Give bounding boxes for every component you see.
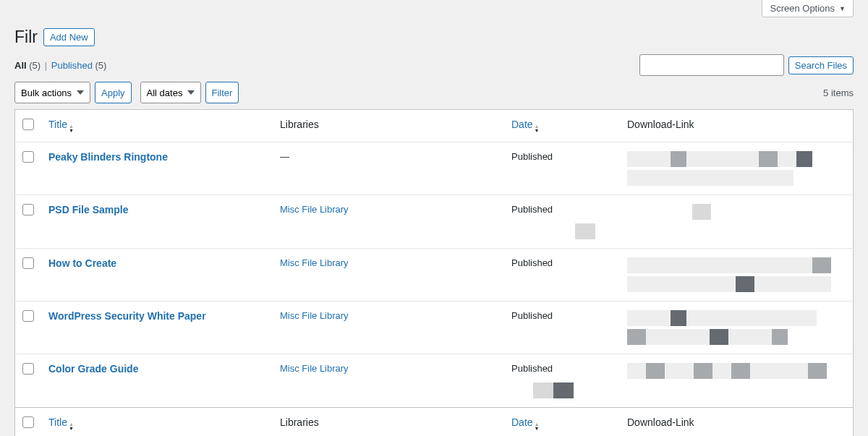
column-date-footer[interactable]: Date▲▼ xyxy=(511,416,540,428)
row-title-link[interactable]: Peaky Blinders Ringtone xyxy=(48,151,168,163)
chevron-down-icon: ▼ xyxy=(839,5,846,12)
table-row: PSD File SampleMisc File LibraryPublishe… xyxy=(15,195,854,249)
sort-icon: ▲▼ xyxy=(69,422,74,431)
row-checkbox[interactable] xyxy=(22,363,34,375)
add-new-button[interactable]: Add New xyxy=(43,28,95,46)
row-status: Published xyxy=(511,363,613,374)
screen-options-label: Screen Options xyxy=(770,3,835,14)
row-checkbox[interactable] xyxy=(22,204,34,215)
library-text: — xyxy=(280,151,289,162)
search-files-button[interactable]: Search Files xyxy=(788,56,854,74)
library-link[interactable]: Misc File Library xyxy=(280,310,349,321)
sort-icon: ▲▼ xyxy=(535,422,540,431)
column-title-footer[interactable]: Title▲▼ xyxy=(48,416,74,428)
column-title-header[interactable]: Title▲▼ xyxy=(48,119,74,130)
sort-icon: ▲▼ xyxy=(69,124,74,133)
library-link[interactable]: Misc File Library xyxy=(280,204,349,215)
row-status: Published xyxy=(511,310,613,321)
row-status: Published xyxy=(511,257,613,268)
table-row: How to CreateMisc File LibraryPublished xyxy=(15,249,854,302)
row-status: Published xyxy=(511,204,613,215)
row-checkbox[interactable] xyxy=(22,257,34,269)
files-table: Title▲▼ Libraries Date▲▼ Download-Link P… xyxy=(14,109,854,436)
screen-options-button[interactable]: Screen Options ▼ xyxy=(762,0,854,17)
row-checkbox[interactable] xyxy=(22,310,34,322)
column-download-link-footer: Download-Link xyxy=(620,408,854,437)
sort-icon: ▲▼ xyxy=(535,124,540,133)
table-row: Peaky Blinders Ringtone—Published xyxy=(15,142,854,195)
row-title-link[interactable]: How to Create xyxy=(48,257,116,269)
redacted-download-link xyxy=(627,363,846,379)
search-input[interactable] xyxy=(639,54,784,76)
row-title-link[interactable]: WordPress Security White Paper xyxy=(48,310,206,322)
items-count-top: 5 items xyxy=(823,87,854,98)
row-checkbox[interactable] xyxy=(22,151,34,163)
row-title-link[interactable]: Color Grade Guide xyxy=(48,363,138,375)
select-all-top[interactable] xyxy=(22,119,34,130)
filter-button[interactable]: Filter xyxy=(205,82,239,103)
view-published-link[interactable]: Published xyxy=(51,60,93,71)
page-title: Filr xyxy=(14,27,38,47)
redacted-download-link xyxy=(627,151,846,186)
redacted-download-link xyxy=(627,310,846,345)
column-date-header[interactable]: Date▲▼ xyxy=(511,119,540,130)
redacted-content xyxy=(511,223,613,239)
view-all-label: All xyxy=(14,60,27,71)
column-libraries-header: Libraries xyxy=(273,110,504,142)
view-filters: All (5) | Published (5) xyxy=(14,60,106,71)
redacted-content xyxy=(511,382,613,398)
bulk-actions-select-top[interactable]: Bulk actions xyxy=(14,82,90,103)
date-filter-select[interactable]: All dates xyxy=(140,82,201,103)
library-link[interactable]: Misc File Library xyxy=(280,363,349,374)
library-link[interactable]: Misc File Library xyxy=(280,257,349,268)
redacted-download-link xyxy=(627,204,846,220)
apply-button-top[interactable]: Apply xyxy=(95,82,132,103)
table-row: WordPress Security White PaperMisc File … xyxy=(15,302,854,354)
redacted-download-link xyxy=(627,257,846,292)
select-all-bottom[interactable] xyxy=(22,416,34,428)
column-download-link-header: Download-Link xyxy=(620,110,854,142)
views-separator: | xyxy=(43,60,51,71)
table-row: Color Grade GuideMisc File LibraryPublis… xyxy=(15,354,854,408)
row-status: Published xyxy=(511,151,613,162)
view-all-count: (5) xyxy=(29,60,41,71)
row-title-link[interactable]: PSD File Sample xyxy=(48,204,128,215)
view-published-count: (5) xyxy=(95,60,107,71)
column-libraries-footer: Libraries xyxy=(273,408,504,437)
